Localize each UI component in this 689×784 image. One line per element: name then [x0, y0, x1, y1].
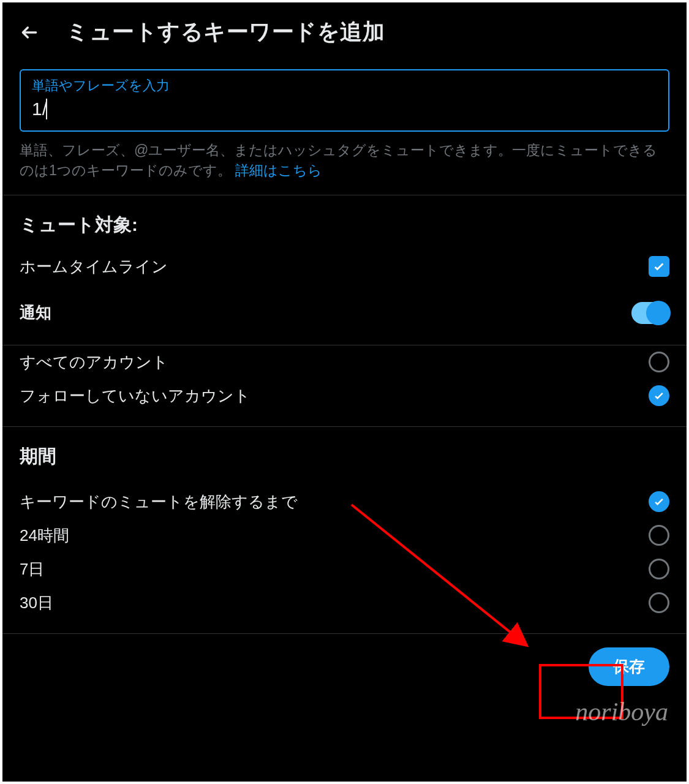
- check-icon: [652, 260, 666, 273]
- row-label: 通知: [20, 302, 51, 323]
- radio-duration-24h[interactable]: [649, 525, 669, 546]
- row-label: 30日: [20, 592, 53, 614]
- row-label: ホームタイムライン: [20, 256, 168, 277]
- page-title: ミュートするキーワードを追加: [66, 17, 385, 47]
- radio-duration-forever[interactable]: [649, 491, 669, 512]
- radio-duration-7d[interactable]: [649, 559, 669, 579]
- radio-all-accounts[interactable]: [649, 352, 669, 372]
- row-notifications[interactable]: 通知: [2, 290, 687, 336]
- row-duration-24h[interactable]: 24時間: [2, 519, 687, 552]
- row-duration-7d[interactable]: 7日: [2, 552, 687, 586]
- row-not-followed[interactable]: フォローしていないアカウント: [2, 379, 687, 413]
- duration-title: 期間: [2, 427, 687, 475]
- header: ミュートするキーワードを追加: [2, 2, 687, 62]
- keyword-input-wrapper[interactable]: 単語やフレーズを入力 1/: [20, 69, 669, 132]
- watermark: noriboya: [575, 697, 668, 726]
- text-caret: [46, 99, 47, 119]
- helper-text: 単語、フレーズ、@ユーザー名、またはハッシュタグをミュートできます。一度にミュー…: [20, 140, 669, 181]
- toggle-knob: [646, 301, 671, 325]
- radio-duration-30d[interactable]: [649, 592, 669, 613]
- save-button[interactable]: 保存: [589, 647, 669, 686]
- check-icon: [653, 496, 665, 508]
- row-label: フォローしていないアカウント: [20, 385, 250, 407]
- learn-more-link[interactable]: 詳細はこちら: [235, 162, 322, 178]
- row-label: 7日: [20, 559, 44, 580]
- keyword-input-label: 単語やフレーズを入力: [32, 77, 657, 95]
- helper-text-body: 単語、フレーズ、@ユーザー名、またはハッシュタグをミュートできます。一度にミュー…: [20, 142, 657, 178]
- keyword-input-block: 単語やフレーズを入力 1/ 単語、フレーズ、@ユーザー名、またはハッシュタグをミ…: [2, 69, 687, 181]
- row-label: キーワードのミュートを解除するまで: [20, 491, 298, 513]
- app-screen: ミュートするキーワードを追加 単語やフレーズを入力 1/ 単語、フレーズ、@ユー…: [2, 2, 687, 782]
- footer: 保存: [2, 634, 687, 699]
- checkbox-home-timeline[interactable]: [649, 256, 669, 277]
- arrow-left-icon: [20, 23, 39, 42]
- keyword-input-value: 1/: [32, 99, 47, 119]
- check-icon: [653, 390, 665, 402]
- row-all-accounts[interactable]: すべてのアカウント: [2, 345, 687, 379]
- row-home-timeline[interactable]: ホームタイムライン: [2, 244, 687, 290]
- back-button[interactable]: [17, 20, 42, 45]
- row-duration-30d[interactable]: 30日: [2, 586, 687, 620]
- keyword-input[interactable]: 1/: [32, 99, 657, 119]
- mute-from-title: ミュート対象:: [2, 195, 687, 244]
- radio-not-followed[interactable]: [649, 385, 669, 406]
- row-label: 24時間: [20, 525, 69, 546]
- row-duration-forever[interactable]: キーワードのミュートを解除するまで: [2, 475, 687, 519]
- row-label: すべてのアカウント: [20, 352, 168, 373]
- toggle-notifications[interactable]: [631, 302, 669, 324]
